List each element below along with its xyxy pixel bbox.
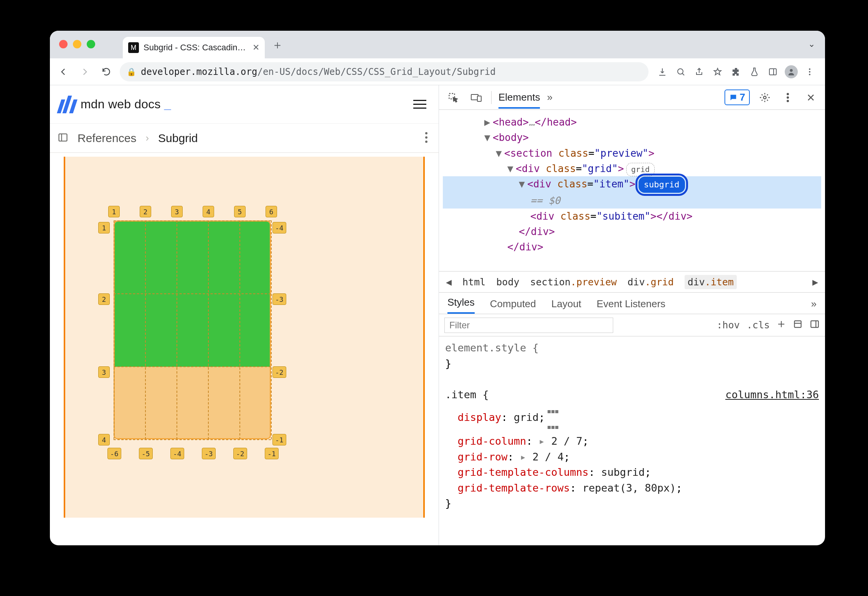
browser-tab[interactable]: M Subgrid - CSS: Cascading Style ✕ [123, 37, 265, 58]
devtools-tab-elements[interactable]: Elements [498, 91, 540, 109]
dom-breadcrumbs: ◀ html body section.preview div.grid div… [439, 271, 825, 293]
menu-button[interactable] [413, 100, 426, 109]
chrome-menu-button[interactable] [801, 64, 818, 80]
grid-label: -4 [272, 222, 286, 233]
tab-event-listeners[interactable]: Event Listeners [597, 298, 665, 314]
favicon-icon: M [128, 42, 139, 53]
grid-label: 3 [98, 366, 110, 378]
device-toolbar-icon[interactable] [468, 89, 484, 106]
tabs-menu-button[interactable]: ⌄ [808, 39, 815, 49]
install-icon[interactable] [654, 64, 671, 80]
crumb[interactable]: html [462, 276, 485, 288]
reload-button[interactable] [98, 64, 114, 80]
mdn-header: mdn web docs _ [50, 85, 439, 124]
devtools-menu-button[interactable] [780, 89, 796, 106]
crumb-selected[interactable]: div.item [685, 275, 737, 289]
grid-label: -5 [139, 448, 153, 459]
svg-point-4 [809, 71, 810, 73]
example-canvas: 1 2 3 4 5 6 1 2 3 4 -4 -3 -2 -1 [64, 157, 425, 518]
url: developer.mozilla.org/en-US/docs/Web/CSS… [141, 66, 642, 77]
mdn-logo-cursor: _ [164, 97, 171, 111]
tab-layout[interactable]: Layout [551, 298, 581, 314]
dom-tree[interactable]: ▶<head>…</head> ▼<body> ▼<section class=… [439, 110, 825, 271]
grid-label: 4 [203, 206, 214, 217]
extensions-icon[interactable] [728, 64, 744, 80]
subgrid-badge[interactable]: subgrid [639, 177, 685, 193]
devtools: Elements » 7 ▶<head>…</head> [439, 85, 825, 545]
content-area: mdn web docs _ References › Subgrid [50, 85, 825, 545]
crumb[interactable]: div.grid [627, 276, 673, 288]
svg-rect-6 [59, 134, 67, 141]
crumb[interactable]: body [496, 276, 519, 288]
crumbs-right-button[interactable]: ▶ [812, 276, 818, 288]
inspect-element-icon[interactable] [445, 89, 461, 106]
grid-label: -2 [233, 448, 247, 459]
grid-badge[interactable]: grid [626, 163, 655, 176]
toolbar-actions [654, 64, 818, 80]
tab-strip: M Subgrid - CSS: Cascading Style ✕ ＋ ⌄ [50, 31, 825, 58]
tab-computed[interactable]: Computed [490, 298, 536, 314]
cls-toggle[interactable]: .cls [747, 320, 770, 331]
mdn-logo-icon [59, 96, 75, 113]
grid-label: -6 [107, 448, 121, 459]
svg-point-5 [809, 74, 810, 75]
svg-rect-17 [794, 321, 801, 327]
tab-title: Subgrid - CSS: Cascading Style [144, 43, 248, 53]
grid-label: 1 [108, 206, 120, 217]
page-actions-button[interactable] [425, 132, 428, 145]
svg-point-14 [787, 93, 789, 95]
breadcrumb-root[interactable]: References [78, 132, 136, 145]
new-style-rule-button[interactable] [777, 320, 786, 331]
zoom-icon[interactable] [672, 64, 689, 80]
bookmark-icon[interactable] [709, 64, 726, 80]
more-subtabs-button[interactable]: » [811, 298, 817, 314]
zoom-window-button[interactable] [87, 40, 95, 48]
grid-label: 2 [140, 206, 151, 217]
svg-rect-18 [811, 321, 818, 327]
grid-subitem [115, 222, 270, 367]
styles-filter-bar: :hov .cls [439, 314, 825, 336]
tab-styles[interactable]: Styles [447, 296, 475, 314]
grid-editor-icon[interactable] [547, 402, 559, 434]
breadcrumb-separator-icon: › [145, 132, 149, 144]
print-media-icon[interactable] [793, 319, 803, 331]
sidebar-toggle-icon[interactable] [58, 132, 68, 144]
dom-selected-row[interactable]: ▼<div class="item">subgrid [443, 176, 821, 193]
more-tabs-button[interactable]: » [547, 91, 552, 103]
grid-label: -4 [170, 448, 184, 459]
breadcrumb-bar: References › Subgrid [50, 124, 439, 153]
tab-close-button[interactable]: ✕ [252, 43, 259, 53]
grid-label: 2 [98, 293, 110, 305]
grid-label: 4 [98, 434, 110, 445]
svg-rect-1 [769, 69, 776, 75]
styles-sidebar-icon[interactable] [810, 319, 820, 331]
forward-button[interactable] [77, 64, 93, 80]
settings-icon[interactable] [757, 89, 773, 106]
hov-toggle[interactable]: :hov [717, 320, 740, 331]
sidepanel-icon[interactable] [764, 64, 781, 80]
address-bar[interactable]: 🔒 developer.mozilla.org/en-US/docs/Web/C… [120, 62, 649, 81]
share-icon[interactable] [691, 64, 708, 80]
crumb[interactable]: section.preview [530, 276, 617, 288]
minimize-window-button[interactable] [73, 40, 81, 48]
window-controls [59, 40, 95, 48]
profile-button[interactable] [783, 64, 800, 80]
devtools-close-button[interactable] [803, 89, 819, 106]
mdn-logo-text: mdn web docs [81, 97, 161, 111]
back-button[interactable] [55, 64, 71, 80]
mdn-logo[interactable]: mdn web docs _ [59, 96, 171, 113]
lock-icon: 🔒 [127, 67, 136, 76]
issues-button[interactable]: 7 [724, 89, 750, 105]
styles-filter-input[interactable] [444, 318, 613, 333]
styles-pane[interactable]: element.style { } columns.html:36 .item … [439, 336, 825, 545]
grid-label: -2 [272, 366, 286, 378]
grid-label: 3 [171, 206, 183, 217]
source-link[interactable]: columns.html:36 [725, 387, 819, 403]
grid-label: -1 [272, 434, 286, 445]
rule-selector: .item { [445, 389, 489, 401]
labs-icon[interactable] [746, 64, 763, 80]
svg-point-7 [425, 132, 427, 134]
new-tab-button[interactable]: ＋ [272, 37, 283, 58]
crumbs-left-button[interactable]: ◀ [446, 276, 452, 288]
close-window-button[interactable] [59, 40, 68, 48]
